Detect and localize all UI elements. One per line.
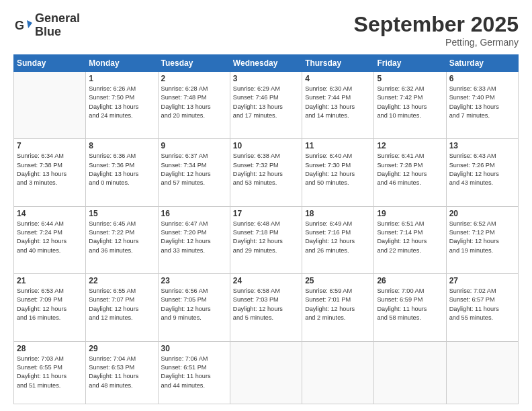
calendar-cell: 18Sunrise: 6:49 AM Sunset: 7:16 PM Dayli… <box>302 206 374 273</box>
day-info: Sunrise: 6:29 AM Sunset: 7:46 PM Dayligh… <box>233 85 299 120</box>
weekday-header-row: SundayMondayTuesdayWednesdayThursdayFrid… <box>14 55 519 72</box>
day-number: 6 <box>449 74 515 83</box>
location: Petting, Germany <box>354 37 519 48</box>
calendar-cell: 7Sunrise: 6:34 AM Sunset: 7:38 PM Daylig… <box>14 139 86 206</box>
day-number: 30 <box>161 344 227 353</box>
calendar-cell: 27Sunrise: 7:02 AM Sunset: 6:57 PM Dayli… <box>446 274 518 341</box>
calendar-cell: 17Sunrise: 6:48 AM Sunset: 7:18 PM Dayli… <box>230 206 302 273</box>
calendar-cell: 10Sunrise: 6:38 AM Sunset: 7:32 PM Dayli… <box>230 139 302 206</box>
day-number: 20 <box>449 209 515 218</box>
weekday-header-sunday: Sunday <box>14 55 86 72</box>
calendar-cell: 13Sunrise: 6:43 AM Sunset: 7:26 PM Dayli… <box>446 139 518 206</box>
day-info: Sunrise: 7:02 AM Sunset: 6:57 PM Dayligh… <box>449 287 515 322</box>
day-number: 18 <box>305 209 371 218</box>
day-info: Sunrise: 6:58 AM Sunset: 7:03 PM Dayligh… <box>233 287 299 322</box>
calendar-cell: 22Sunrise: 6:55 AM Sunset: 7:07 PM Dayli… <box>86 274 158 341</box>
day-number: 27 <box>449 276 515 285</box>
day-info: Sunrise: 6:49 AM Sunset: 7:16 PM Dayligh… <box>305 220 371 255</box>
day-number: 4 <box>305 74 371 83</box>
calendar-cell: 4Sunrise: 6:30 AM Sunset: 7:44 PM Daylig… <box>302 72 374 139</box>
calendar-cell: 30Sunrise: 7:06 AM Sunset: 6:51 PM Dayli… <box>158 341 230 404</box>
day-number: 7 <box>17 141 83 150</box>
day-info: Sunrise: 7:06 AM Sunset: 6:51 PM Dayligh… <box>161 355 227 390</box>
weekday-header-wednesday: Wednesday <box>230 55 302 72</box>
day-number: 8 <box>89 141 154 150</box>
calendar-cell: 12Sunrise: 6:41 AM Sunset: 7:28 PM Dayli… <box>374 139 446 206</box>
calendar-cell: 5Sunrise: 6:32 AM Sunset: 7:42 PM Daylig… <box>374 72 446 139</box>
day-info: Sunrise: 6:34 AM Sunset: 7:38 PM Dayligh… <box>17 152 83 187</box>
calendar-cell: 24Sunrise: 6:58 AM Sunset: 7:03 PM Dayli… <box>230 274 302 341</box>
day-number: 24 <box>233 276 299 285</box>
calendar-cell: 20Sunrise: 6:52 AM Sunset: 7:12 PM Dayli… <box>446 206 518 273</box>
logo-blue: Blue <box>35 25 61 38</box>
day-info: Sunrise: 6:51 AM Sunset: 7:14 PM Dayligh… <box>377 220 443 255</box>
svg-marker-1 <box>27 20 32 28</box>
day-number: 2 <box>161 74 227 83</box>
day-number: 14 <box>17 209 83 218</box>
day-number: 11 <box>305 141 371 150</box>
day-info: Sunrise: 6:47 AM Sunset: 7:20 PM Dayligh… <box>161 220 227 255</box>
logo-general: General <box>35 11 80 25</box>
day-info: Sunrise: 6:37 AM Sunset: 7:34 PM Dayligh… <box>161 152 227 187</box>
calendar-cell: 8Sunrise: 6:36 AM Sunset: 7:36 PM Daylig… <box>86 139 158 206</box>
day-info: Sunrise: 6:56 AM Sunset: 7:05 PM Dayligh… <box>161 287 227 322</box>
calendar-cell: 26Sunrise: 7:00 AM Sunset: 6:59 PM Dayli… <box>374 274 446 341</box>
calendar-cell <box>14 72 86 139</box>
calendar-table: SundayMondayTuesdayWednesdayThursdayFrid… <box>13 54 519 404</box>
day-info: Sunrise: 6:28 AM Sunset: 7:48 PM Dayligh… <box>161 85 227 120</box>
week-row-5: 28Sunrise: 7:03 AM Sunset: 6:55 PM Dayli… <box>14 341 519 404</box>
day-info: Sunrise: 6:52 AM Sunset: 7:12 PM Dayligh… <box>449 220 515 255</box>
calendar-cell: 29Sunrise: 7:04 AM Sunset: 6:53 PM Dayli… <box>86 341 158 404</box>
day-info: Sunrise: 6:32 AM Sunset: 7:42 PM Dayligh… <box>377 85 443 120</box>
day-info: Sunrise: 6:53 AM Sunset: 7:09 PM Dayligh… <box>17 287 83 322</box>
day-info: Sunrise: 6:41 AM Sunset: 7:28 PM Dayligh… <box>377 152 443 187</box>
svg-text:G: G <box>15 19 24 32</box>
weekday-header-friday: Friday <box>374 55 446 72</box>
day-info: Sunrise: 6:45 AM Sunset: 7:22 PM Dayligh… <box>89 220 154 255</box>
calendar-cell: 16Sunrise: 6:47 AM Sunset: 7:20 PM Dayli… <box>158 206 230 273</box>
weekday-header-monday: Monday <box>86 55 158 72</box>
day-info: Sunrise: 6:36 AM Sunset: 7:36 PM Dayligh… <box>89 152 154 187</box>
day-number: 1 <box>89 74 154 83</box>
day-info: Sunrise: 6:30 AM Sunset: 7:44 PM Dayligh… <box>305 85 371 120</box>
day-number: 29 <box>89 344 154 353</box>
day-number: 17 <box>233 209 299 218</box>
day-number: 10 <box>233 141 299 150</box>
day-number: 16 <box>161 209 227 218</box>
calendar-cell: 9Sunrise: 6:37 AM Sunset: 7:34 PM Daylig… <box>158 139 230 206</box>
day-info: Sunrise: 7:03 AM Sunset: 6:55 PM Dayligh… <box>17 355 83 390</box>
day-info: Sunrise: 6:44 AM Sunset: 7:24 PM Dayligh… <box>17 220 83 255</box>
calendar-cell: 15Sunrise: 6:45 AM Sunset: 7:22 PM Dayli… <box>86 206 158 273</box>
day-number: 28 <box>17 344 83 353</box>
day-number: 9 <box>161 141 227 150</box>
weekday-header-tuesday: Tuesday <box>158 55 230 72</box>
page-header: G General Blue September 2025 Petting, G… <box>13 12 519 48</box>
day-info: Sunrise: 7:04 AM Sunset: 6:53 PM Dayligh… <box>89 355 154 390</box>
day-number: 3 <box>233 74 299 83</box>
calendar-cell: 1Sunrise: 6:26 AM Sunset: 7:50 PM Daylig… <box>86 72 158 139</box>
calendar-cell: 6Sunrise: 6:33 AM Sunset: 7:40 PM Daylig… <box>446 72 518 139</box>
calendar-cell: 28Sunrise: 7:03 AM Sunset: 6:55 PM Dayli… <box>14 341 86 404</box>
day-number: 26 <box>377 276 443 285</box>
calendar-cell: 23Sunrise: 6:56 AM Sunset: 7:05 PM Dayli… <box>158 274 230 341</box>
day-number: 19 <box>377 209 443 218</box>
day-info: Sunrise: 6:40 AM Sunset: 7:30 PM Dayligh… <box>305 152 371 187</box>
day-number: 22 <box>89 276 154 285</box>
week-row-4: 21Sunrise: 6:53 AM Sunset: 7:09 PM Dayli… <box>14 274 519 341</box>
calendar-cell: 21Sunrise: 6:53 AM Sunset: 7:09 PM Dayli… <box>14 274 86 341</box>
day-info: Sunrise: 6:48 AM Sunset: 7:18 PM Dayligh… <box>233 220 299 255</box>
day-info: Sunrise: 6:33 AM Sunset: 7:40 PM Dayligh… <box>449 85 515 120</box>
day-number: 13 <box>449 141 515 150</box>
week-row-3: 14Sunrise: 6:44 AM Sunset: 7:24 PM Dayli… <box>14 206 519 273</box>
weekday-header-saturday: Saturday <box>446 55 518 72</box>
title-block: September 2025 Petting, Germany <box>354 12 519 48</box>
calendar-cell <box>374 341 446 404</box>
calendar-cell: 25Sunrise: 6:59 AM Sunset: 7:01 PM Dayli… <box>302 274 374 341</box>
day-number: 12 <box>377 141 443 150</box>
week-row-1: 1Sunrise: 6:26 AM Sunset: 7:50 PM Daylig… <box>14 72 519 139</box>
calendar-cell: 14Sunrise: 6:44 AM Sunset: 7:24 PM Dayli… <box>14 206 86 273</box>
logo-icon: G <box>13 16 32 35</box>
day-number: 23 <box>161 276 227 285</box>
calendar-cell: 11Sunrise: 6:40 AM Sunset: 7:30 PM Dayli… <box>302 139 374 206</box>
day-info: Sunrise: 6:26 AM Sunset: 7:50 PM Dayligh… <box>89 85 154 120</box>
